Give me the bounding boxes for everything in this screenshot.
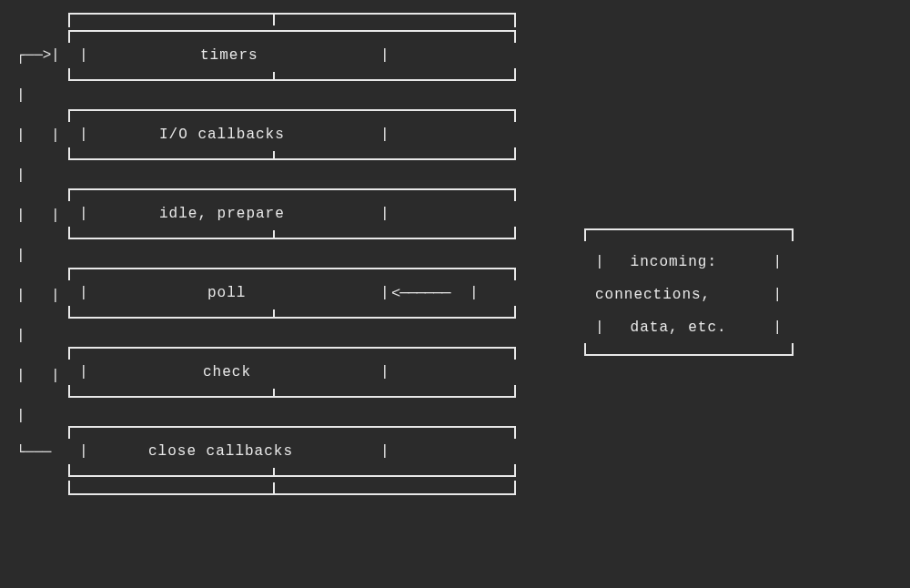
loop-pipe: | — [16, 167, 26, 184]
pipe-char: | — [380, 285, 390, 301]
inner-pipe: | — [51, 208, 61, 224]
loop-arrow-into-timers: ┌──> — [16, 47, 51, 64]
phase-io-callbacks: | I/O callbacks | — [68, 109, 516, 160]
pipe-char: | — [773, 254, 783, 270]
incoming-label: incoming: — [631, 254, 717, 270]
inner-pipe: | — [51, 368, 61, 384]
phase-check: | check | — [68, 347, 516, 398]
pipe-char: | — [79, 127, 89, 143]
loop-pipe: | — [16, 127, 26, 144]
pipe-char: | — [773, 287, 783, 303]
phase-label: check — [203, 364, 251, 380]
incoming-label: connections, — [595, 287, 711, 303]
pipe-char: | — [595, 254, 605, 270]
bottom-bracket — [68, 482, 516, 495]
pipe-char: | — [79, 47, 89, 64]
pipe-char: | — [79, 443, 89, 460]
pipe-char: | — [380, 127, 390, 143]
phase-label: poll — [207, 285, 246, 301]
phase-label: timers — [200, 47, 258, 64]
loop-pipe: | — [16, 408, 26, 424]
loop-pipe: | — [16, 87, 26, 104]
inner-pipe: | — [51, 127, 61, 144]
loop-pipe: | — [16, 368, 26, 384]
phase-label: idle, prepare — [159, 206, 285, 222]
pipe-char: | — [470, 285, 480, 301]
loop-pipe: | — [16, 328, 26, 344]
phase-idle-prepare: | idle, prepare | — [68, 188, 516, 239]
pipe-char: | — [79, 285, 89, 301]
pipe-char: | — [380, 443, 390, 460]
phase-label: close callbacks — [148, 443, 293, 460]
pipe-char: | — [380, 206, 390, 222]
loop-pipe: | — [16, 248, 26, 264]
loop-pipe: | — [16, 208, 26, 224]
phase-label: I/O callbacks — [159, 127, 285, 143]
loop-pipe: | — [16, 288, 26, 304]
inner-pipe: | — [51, 288, 61, 304]
inner-pipe: | — [51, 47, 61, 64]
pipe-char: | — [380, 47, 390, 64]
phase-close-callbacks: | close callbacks | — [68, 426, 516, 477]
incoming-label: data, etc. — [631, 319, 727, 336]
pipe-char: | — [79, 206, 89, 222]
phase-timers: | timers | — [68, 30, 516, 81]
loop-bottom-corner: └─── — [16, 444, 51, 461]
top-bracket — [68, 13, 516, 25]
pipe-char: | — [79, 364, 89, 380]
incoming-box: | incoming: | connections, | | data, etc… — [584, 228, 794, 356]
arrow-into-poll: <────── — [391, 285, 450, 302]
pipe-char: | — [773, 319, 783, 336]
pipe-char: | — [380, 364, 390, 380]
pipe-char: | — [595, 319, 605, 336]
